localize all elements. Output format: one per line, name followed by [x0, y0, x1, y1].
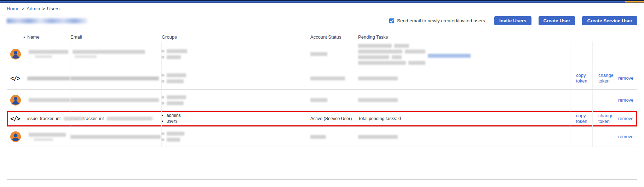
- change-token-link[interactable]: change token: [598, 73, 615, 84]
- redacted-bullet: [162, 56, 164, 58]
- breadcrumb-home-link[interactable]: Home: [7, 6, 19, 11]
- copy-token-link[interactable]: copy token: [576, 73, 592, 84]
- redacted-task: [405, 50, 425, 53]
- breadcrumb-current-users: Users: [47, 6, 59, 11]
- column-header-groups[interactable]: Groups: [162, 34, 310, 40]
- table-row: remove: [7, 127, 637, 147]
- table-row: </> copy token change token remove: [7, 67, 637, 90]
- remove-link[interactable]: remove: [618, 116, 633, 121]
- table-row: remove: [7, 90, 637, 111]
- service-user-code-icon: </>: [10, 75, 20, 82]
- redacted-bullet: [162, 132, 164, 135]
- redacted-bullet: [162, 138, 164, 141]
- redacted-status: [310, 76, 345, 80]
- user-avatar-icon: [10, 95, 21, 106]
- users-table: ▲ Name Email Groups Account Status Pendi…: [7, 33, 637, 180]
- redacted-email: [73, 50, 145, 54]
- redacted-status: [310, 135, 326, 139]
- create-user-button[interactable]: Create User: [539, 16, 575, 25]
- breadcrumb: Home > Admin > Users: [7, 6, 637, 11]
- service-user-name: issue_tracker_int_: [27, 116, 63, 121]
- redacted-name: [35, 55, 52, 58]
- top-accent-bar: [0, 0, 644, 3]
- redacted-link[interactable]: [428, 54, 471, 58]
- remove-link[interactable]: remove: [618, 75, 633, 81]
- redacted-task: [394, 44, 409, 48]
- redacted-task: [358, 135, 398, 139]
- redacted-status: [310, 52, 327, 56]
- redacted-task: [358, 61, 406, 65]
- remove-link[interactable]: remove: [618, 134, 633, 140]
- redacted-group: [167, 49, 187, 53]
- breadcrumb-separator: >: [42, 6, 45, 11]
- redacted-bullet: [162, 74, 164, 76]
- redacted-group: [167, 73, 186, 77]
- redacted-bullet: [162, 80, 164, 83]
- user-avatar-icon: [10, 49, 21, 60]
- redacted-bullet: [162, 50, 164, 52]
- redacted-name: [29, 98, 70, 102]
- redacted-task: [358, 76, 398, 80]
- sort-ascending-icon: ▲: [23, 35, 26, 39]
- column-header-email[interactable]: Email: [70, 34, 162, 40]
- redacted-task: [358, 55, 389, 59]
- service-user-code-icon: </>: [10, 115, 20, 122]
- redacted-email-suffix: [107, 117, 152, 120]
- service-user-email-suffix: :: [153, 116, 154, 121]
- column-header-pending-tasks[interactable]: Pending Tasks: [358, 34, 570, 40]
- send-email-checkbox[interactable]: [389, 18, 394, 23]
- column-header-account-status[interactable]: Account Status: [310, 34, 358, 40]
- redacted-task: [358, 98, 398, 102]
- column-header-name[interactable]: Name: [27, 34, 70, 40]
- group-item: users: [162, 119, 181, 124]
- table-row-highlighted: </> issue_tracker_int_ issue_tracker_int…: [7, 111, 637, 127]
- send-email-checkbox-label: Send email to newly created/invited user…: [397, 18, 485, 23]
- redacted-name: [34, 138, 53, 141]
- account-status: Active (Service User): [310, 116, 352, 121]
- redacted-name: [29, 50, 68, 54]
- user-avatar-icon: [10, 131, 21, 142]
- redacted-task: [358, 50, 402, 53]
- breadcrumb-separator: >: [22, 6, 24, 11]
- redacted-group: [167, 55, 181, 59]
- page-title-redacted: [7, 18, 87, 23]
- table-row: [7, 41, 637, 67]
- table-header-row: ▲ Name Email Groups Account Status Pendi…: [7, 33, 637, 41]
- remove-link[interactable]: remove: [618, 97, 633, 103]
- redacted-group: [167, 79, 184, 83]
- redacted-task: [392, 55, 402, 59]
- redacted-email: [70, 135, 161, 139]
- copy-token-link[interactable]: copy token: [576, 113, 592, 124]
- create-service-user-button[interactable]: Create Service User: [582, 16, 637, 25]
- redacted-name-suffix: [64, 117, 84, 120]
- redacted-group: [167, 101, 184, 105]
- redacted-task: [358, 44, 392, 48]
- redacted-bullet: [162, 96, 164, 98]
- redacted-status: [310, 98, 327, 102]
- redacted-group: [167, 132, 184, 136]
- redacted-name: [27, 76, 70, 80]
- toolbar: Send email to newly created/invited user…: [7, 16, 637, 26]
- redacted-email: [70, 98, 159, 102]
- breadcrumb-admin-link[interactable]: Admin: [27, 6, 40, 11]
- redacted-name: [29, 133, 66, 137]
- redacted-bullet: [162, 102, 164, 104]
- redacted-group: [167, 95, 186, 99]
- group-item: admins: [162, 113, 181, 118]
- pending-tasks-summary: Total pending tasks: 0: [358, 116, 401, 121]
- change-token-link[interactable]: change token: [598, 113, 615, 124]
- redacted-task: [408, 61, 425, 65]
- invite-users-button[interactable]: Invite Users: [494, 16, 531, 25]
- top-bar-yellow-segment: [625, 1, 644, 2]
- redacted-email: [75, 55, 97, 58]
- redacted-email: [70, 76, 159, 80]
- redacted-group: [167, 138, 180, 142]
- groups-list: admins users: [162, 113, 181, 124]
- sort-indicator-cell: ▲: [7, 35, 27, 39]
